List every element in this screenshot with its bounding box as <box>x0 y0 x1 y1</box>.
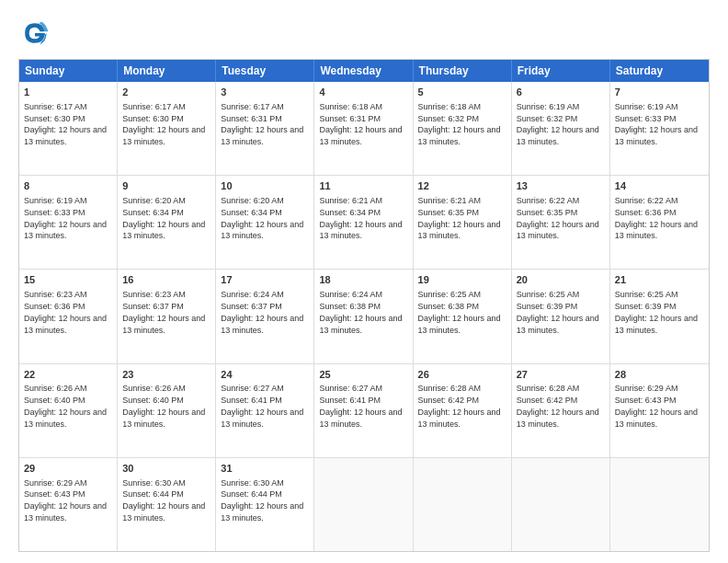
day-number: 14 <box>615 179 704 193</box>
table-row: 19 Sunrise: 6:25 AMSunset: 6:38 PMDaylig… <box>414 270 512 362</box>
table-row: 29 Sunrise: 6:29 AMSunset: 6:43 PMDaylig… <box>19 458 118 551</box>
table-row: 18 Sunrise: 6:24 AMSunset: 6:38 PMDaylig… <box>314 270 413 362</box>
table-row: 23 Sunrise: 6:26 AMSunset: 6:40 PMDaylig… <box>118 364 216 457</box>
page: SundayMondayTuesdayWednesdayThursdayFrid… <box>0 0 728 563</box>
day-number: 2 <box>122 86 210 99</box>
header <box>18 17 710 50</box>
logo-icon <box>18 17 51 50</box>
cell-info: Sunrise: 6:24 AMSunset: 6:38 PMDaylight:… <box>319 290 402 334</box>
day-number: 1 <box>24 86 112 99</box>
table-row: 16 Sunrise: 6:23 AMSunset: 6:37 PMDaylig… <box>118 270 216 362</box>
table-row: 15 Sunrise: 6:23 AMSunset: 6:36 PMDaylig… <box>19 270 118 362</box>
day-number: 6 <box>517 86 605 99</box>
header-day-tuesday: Tuesday <box>216 60 314 82</box>
table-row: 13 Sunrise: 6:22 AMSunset: 6:35 PMDaylig… <box>512 176 610 269</box>
day-number: 24 <box>221 368 309 382</box>
table-row <box>512 458 610 551</box>
day-number: 16 <box>122 273 210 287</box>
table-row: 26 Sunrise: 6:28 AMSunset: 6:42 PMDaylig… <box>414 364 512 457</box>
day-number: 29 <box>24 462 112 476</box>
day-number: 30 <box>122 462 210 476</box>
day-number: 17 <box>221 273 309 287</box>
table-row: 7 Sunrise: 6:19 AMSunset: 6:33 PMDayligh… <box>610 82 709 175</box>
cell-info: Sunrise: 6:29 AMSunset: 6:43 PMDaylight:… <box>24 478 107 523</box>
cell-info: Sunrise: 6:19 AMSunset: 6:32 PMDaylight:… <box>517 102 599 146</box>
table-row: 12 Sunrise: 6:21 AMSunset: 6:35 PMDaylig… <box>414 176 512 269</box>
calendar-row-1: 8 Sunrise: 6:19 AMSunset: 6:33 PMDayligh… <box>19 175 709 269</box>
cell-info: Sunrise: 6:28 AMSunset: 6:42 PMDaylight:… <box>517 384 599 428</box>
day-number: 15 <box>24 273 112 287</box>
cell-info: Sunrise: 6:17 AMSunset: 6:31 PMDaylight:… <box>221 102 303 146</box>
day-number: 9 <box>122 179 210 193</box>
table-row: 22 Sunrise: 6:26 AMSunset: 6:40 PMDaylig… <box>19 364 118 457</box>
cell-info: Sunrise: 6:26 AMSunset: 6:40 PMDaylight:… <box>122 384 205 428</box>
logo <box>18 17 57 50</box>
header-day-monday: Monday <box>118 60 216 82</box>
cell-info: Sunrise: 6:17 AMSunset: 6:30 PMDaylight:… <box>122 102 205 146</box>
calendar-row-0: 1 Sunrise: 6:17 AMSunset: 6:30 PMDayligh… <box>19 82 709 175</box>
table-row: 17 Sunrise: 6:24 AMSunset: 6:37 PMDaylig… <box>216 270 314 362</box>
day-number: 5 <box>418 86 506 99</box>
table-row: 4 Sunrise: 6:18 AMSunset: 6:31 PMDayligh… <box>314 82 413 175</box>
cell-info: Sunrise: 6:30 AMSunset: 6:44 PMDaylight:… <box>221 478 303 523</box>
header-day-sunday: Sunday <box>19 60 118 82</box>
day-number: 7 <box>615 86 704 99</box>
calendar-row-2: 15 Sunrise: 6:23 AMSunset: 6:36 PMDaylig… <box>19 269 709 362</box>
day-number: 13 <box>517 179 605 193</box>
cell-info: Sunrise: 6:22 AMSunset: 6:35 PMDaylight:… <box>517 196 599 240</box>
table-row: 21 Sunrise: 6:25 AMSunset: 6:39 PMDaylig… <box>610 270 709 362</box>
header-day-friday: Friday <box>512 60 610 82</box>
cell-info: Sunrise: 6:23 AMSunset: 6:37 PMDaylight:… <box>122 290 205 334</box>
day-number: 18 <box>319 273 407 287</box>
day-number: 26 <box>418 368 506 382</box>
day-number: 23 <box>122 368 210 382</box>
cell-info: Sunrise: 6:20 AMSunset: 6:34 PMDaylight:… <box>221 196 303 240</box>
day-number: 22 <box>24 368 112 382</box>
cell-info: Sunrise: 6:25 AMSunset: 6:38 PMDaylight:… <box>418 290 501 334</box>
day-number: 19 <box>418 273 506 287</box>
calendar-header: SundayMondayTuesdayWednesdayThursdayFrid… <box>19 60 709 82</box>
table-row: 11 Sunrise: 6:21 AMSunset: 6:34 PMDaylig… <box>314 176 413 269</box>
table-row: 28 Sunrise: 6:29 AMSunset: 6:43 PMDaylig… <box>610 364 709 457</box>
cell-info: Sunrise: 6:21 AMSunset: 6:35 PMDaylight:… <box>418 196 501 240</box>
table-row: 30 Sunrise: 6:30 AMSunset: 6:44 PMDaylig… <box>118 458 216 551</box>
table-row <box>610 458 709 551</box>
cell-info: Sunrise: 6:19 AMSunset: 6:33 PMDaylight:… <box>615 102 698 146</box>
table-row: 9 Sunrise: 6:20 AMSunset: 6:34 PMDayligh… <box>118 176 216 269</box>
calendar-row-3: 22 Sunrise: 6:26 AMSunset: 6:40 PMDaylig… <box>19 363 709 457</box>
table-row: 2 Sunrise: 6:17 AMSunset: 6:30 PMDayligh… <box>118 82 216 175</box>
table-row: 31 Sunrise: 6:30 AMSunset: 6:44 PMDaylig… <box>216 458 314 551</box>
day-number: 10 <box>221 179 309 193</box>
cell-info: Sunrise: 6:30 AMSunset: 6:44 PMDaylight:… <box>122 478 205 523</box>
calendar-body: 1 Sunrise: 6:17 AMSunset: 6:30 PMDayligh… <box>19 82 709 551</box>
day-number: 25 <box>319 368 407 382</box>
day-number: 8 <box>24 179 112 193</box>
cell-info: Sunrise: 6:19 AMSunset: 6:33 PMDaylight:… <box>24 196 107 240</box>
header-day-thursday: Thursday <box>414 60 512 82</box>
cell-info: Sunrise: 6:26 AMSunset: 6:40 PMDaylight:… <box>24 384 107 428</box>
table-row: 27 Sunrise: 6:28 AMSunset: 6:42 PMDaylig… <box>512 364 610 457</box>
cell-info: Sunrise: 6:27 AMSunset: 6:41 PMDaylight:… <box>319 384 402 428</box>
table-row: 14 Sunrise: 6:22 AMSunset: 6:36 PMDaylig… <box>610 176 709 269</box>
day-number: 28 <box>615 368 704 382</box>
day-number: 11 <box>319 179 407 193</box>
day-number: 3 <box>221 86 309 99</box>
table-row <box>314 458 413 551</box>
cell-info: Sunrise: 6:23 AMSunset: 6:36 PMDaylight:… <box>24 290 107 334</box>
cell-info: Sunrise: 6:18 AMSunset: 6:31 PMDaylight:… <box>319 102 402 146</box>
table-row: 3 Sunrise: 6:17 AMSunset: 6:31 PMDayligh… <box>216 82 314 175</box>
day-number: 4 <box>319 86 407 99</box>
table-row: 8 Sunrise: 6:19 AMSunset: 6:33 PMDayligh… <box>19 176 118 269</box>
table-row: 24 Sunrise: 6:27 AMSunset: 6:41 PMDaylig… <box>216 364 314 457</box>
cell-info: Sunrise: 6:29 AMSunset: 6:43 PMDaylight:… <box>615 384 698 428</box>
day-number: 27 <box>517 368 605 382</box>
cell-info: Sunrise: 6:22 AMSunset: 6:36 PMDaylight:… <box>615 196 698 240</box>
day-number: 20 <box>517 273 605 287</box>
cell-info: Sunrise: 6:17 AMSunset: 6:30 PMDaylight:… <box>24 102 107 146</box>
cell-info: Sunrise: 6:21 AMSunset: 6:34 PMDaylight:… <box>319 196 402 240</box>
table-row: 1 Sunrise: 6:17 AMSunset: 6:30 PMDayligh… <box>19 82 118 175</box>
cell-info: Sunrise: 6:25 AMSunset: 6:39 PMDaylight:… <box>615 290 698 334</box>
cell-info: Sunrise: 6:20 AMSunset: 6:34 PMDaylight:… <box>122 196 205 240</box>
table-row: 6 Sunrise: 6:19 AMSunset: 6:32 PMDayligh… <box>512 82 610 175</box>
cell-info: Sunrise: 6:18 AMSunset: 6:32 PMDaylight:… <box>418 102 501 146</box>
